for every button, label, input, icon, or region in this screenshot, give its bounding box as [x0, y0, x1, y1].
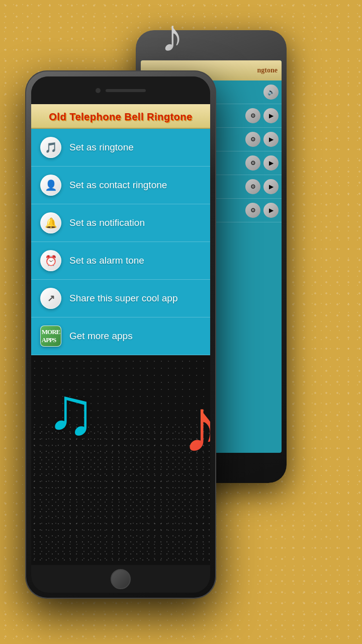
- screen-content: Old Telephone Bell Ringtone 🎵 Set as rin…: [31, 104, 210, 565]
- back-play-icon-2: ▶: [263, 132, 279, 147]
- alarm-label: Set as alarm tone: [69, 255, 144, 266]
- back-play-icon-5: ▶: [263, 203, 279, 218]
- menu-item-ringtone[interactable]: 🎵 Set as ringtone: [31, 129, 210, 167]
- ringtone-icon: 🎵: [40, 137, 61, 158]
- phone-main-inner: Old Telephone Bell Ringtone 🎵 Set as rin…: [31, 76, 210, 593]
- more-apps-icon: MOREAPPS: [40, 326, 61, 347]
- contact-ringtone-label: Set as contact ringtone: [69, 180, 167, 191]
- menu-item-share[interactable]: ↗ Share this super cool app: [31, 280, 210, 317]
- back-gear-icon-3: ⚙: [245, 155, 260, 171]
- back-gear-icon-2: ⚙: [245, 132, 260, 147]
- back-gear-icon-5: ⚙: [245, 203, 260, 218]
- phone-top-bar: [31, 76, 210, 104]
- back-play-icon-1: ▶: [263, 108, 279, 123]
- alarm-icon: ⏰: [40, 250, 61, 271]
- back-gear-icon-4: ⚙: [245, 179, 260, 194]
- app-container: Old Telephone Bell Ringtone 🎵 Set as rin…: [31, 104, 210, 565]
- share-label: Share this super cool app: [69, 293, 177, 304]
- menu-list: 🎵 Set as ringtone 👤 Set as contact ringt…: [31, 129, 210, 355]
- bottom-decorative-area: ♪ ♫ ♪: [31, 424, 210, 565]
- back-play-icon-4: ▶: [263, 179, 279, 194]
- app-title: Old Telephone Bell Ringtone: [39, 111, 202, 123]
- share-icon: ↗: [40, 288, 61, 309]
- red-note-icon: ♪: [183, 383, 210, 469]
- speaker-bar: [106, 89, 146, 92]
- phone-back-title: ngtone: [257, 66, 278, 74]
- back-volume-icon: 🔊: [263, 85, 279, 100]
- menu-item-alarm[interactable]: ⏰ Set as alarm tone: [31, 242, 210, 280]
- menu-item-contact-ringtone[interactable]: 👤 Set as contact ringtone: [31, 167, 210, 204]
- back-gear-icon-1: ⚙: [245, 108, 260, 123]
- ringtone-label: Set as ringtone: [69, 142, 134, 153]
- app-title-bar: Old Telephone Bell Ringtone: [31, 104, 210, 129]
- back-play-icon-3: ▶: [263, 155, 279, 171]
- camera-dot: [96, 88, 101, 93]
- menu-item-more-apps[interactable]: MOREAPPS Get more apps: [31, 317, 210, 355]
- phone-bottom-bar: [31, 565, 210, 593]
- home-button[interactable]: [111, 569, 131, 589]
- notification-label: Set as notification: [69, 217, 145, 228]
- cyan-note-icon: ♫: [46, 374, 96, 449]
- notification-icon: 🔔: [40, 212, 61, 233]
- phone-main: Old Telephone Bell Ringtone 🎵 Set as rin…: [25, 70, 216, 599]
- contact-ringtone-icon: 👤: [40, 175, 61, 196]
- menu-item-notification[interactable]: 🔔 Set as notification: [31, 204, 210, 242]
- more-apps-label: Get more apps: [69, 331, 133, 342]
